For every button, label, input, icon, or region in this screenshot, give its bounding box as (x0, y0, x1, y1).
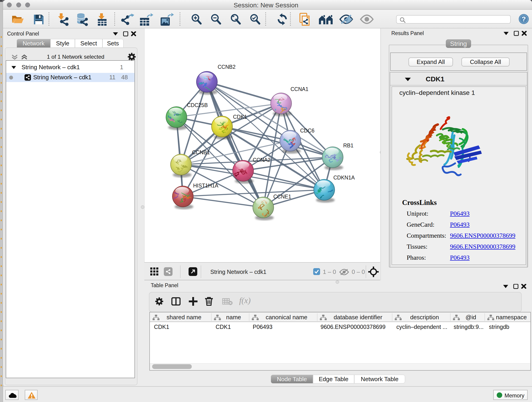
svg-text:HIST1H1A: HIST1H1A (193, 183, 219, 189)
svg-text:CCNB1: CCNB1 (192, 149, 210, 155)
svg-text:RB1: RB1 (343, 143, 354, 148)
svg-text:?: ? (522, 15, 526, 23)
svg-text:CDC25B: CDC25B (187, 102, 208, 108)
svg-text:CCNA2: CCNA2 (253, 157, 271, 163)
svg-text:CDC6: CDC6 (300, 128, 315, 134)
svg-text:CDKN1A: CDKN1A (333, 175, 355, 181)
svg-text:CCNE1: CCNE1 (273, 194, 291, 200)
svg-text:CCNB2: CCNB2 (218, 64, 235, 70)
svg-text:CDK1: CDK1 (233, 114, 247, 120)
svg-text:CCNA1: CCNA1 (291, 86, 308, 92)
